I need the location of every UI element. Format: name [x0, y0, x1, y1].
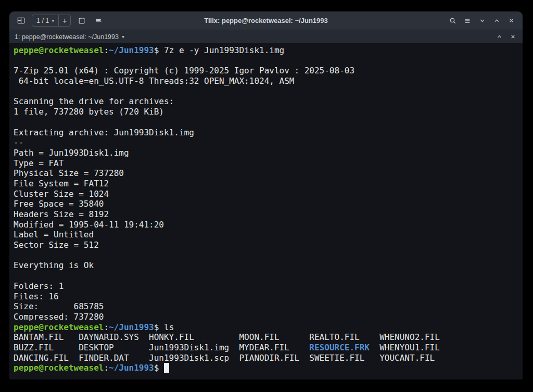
terminal-cursor [164, 363, 169, 373]
terminal-line: Free Space = 35840 [14, 199, 523, 209]
terminal-text: peppe@rocketweasel [14, 322, 104, 332]
terminal-text: WHENYOU1.FIL [370, 343, 440, 352]
tilix-window: 1 / 1 ▾ + Tilix: peppe@rocketweasel: ~/J… [9, 11, 523, 380]
terminal-line: Folders: 1 [14, 281, 523, 292]
terminal-line: Scanning the drive for archives: [14, 96, 523, 107]
terminal-title-dropdown[interactable]: 1: peppe@rocketweasel: ~/Jun1993 ▾ [15, 33, 124, 41]
new-window-icon[interactable] [75, 15, 88, 27]
titlebar-left-controls: 1 / 1 ▾ + [15, 15, 105, 27]
terminal-line: Type = FAT [14, 158, 523, 169]
terminal-line [14, 86, 523, 97]
terminal-line: Compressed: 737280 [14, 312, 523, 322]
terminal-text: Files: 16 [14, 292, 59, 301]
terminal-text: Folders: 1 [14, 281, 64, 291]
terminal-text: $ 7z e -y Jun1993Disk1.img [154, 45, 284, 55]
terminal-text: $ [154, 363, 164, 373]
terminal-text: Compressed: 737280 [14, 312, 104, 322]
terminal-line [14, 56, 523, 66]
terminal-text: File System = FAT12 [14, 179, 109, 188]
terminal-line: BUZZ.FIL DESKTOP Jun1993Disk1.img MYDEAR… [14, 343, 523, 353]
terminal-text: $ ls [154, 322, 174, 332]
terminal-line: peppe@rocketweasel:~/Jun1993$ [14, 363, 523, 373]
tabbar-right-controls [494, 32, 517, 42]
terminal-text: Size: 685785 [14, 301, 104, 311]
close-icon[interactable] [508, 32, 517, 42]
terminal-text: Type = FAT [14, 158, 64, 168]
tabbar: 1: peppe@rocketweasel: ~/Jun1993 ▾ [9, 30, 523, 43]
terminal-line: Physical Size = 737280 [14, 168, 523, 179]
terminal-line: Sector Size = 512 [14, 240, 523, 250]
terminal-title: 1: peppe@rocketweasel: ~/Jun1993 [15, 33, 119, 41]
terminal-text: Extracting archive: Jun1993Disk1.img [14, 128, 194, 137]
terminal-text: peppe@rocketweasel [14, 45, 104, 55]
terminal-text: BUZZ.FIL DESKTOP Jun1993Disk1.img MYDEAR… [14, 343, 309, 352]
terminal-text: Physical Size = 737280 [14, 168, 124, 178]
menu-icon[interactable] [461, 15, 474, 27]
terminal-text: : [104, 322, 109, 332]
terminal-line: File System = FAT12 [14, 179, 523, 189]
terminal-line: 7-Zip 25.01 (x64) : Copyright (c) 1999-2… [14, 66, 523, 76]
terminal-line: 1 file, 737280 bytes (720 KiB) [14, 107, 523, 117]
terminal-text: -- [14, 137, 23, 147]
chevron-down-icon[interactable] [476, 15, 488, 27]
terminal-line: peppe@rocketweasel:~/Jun1993$ ls [14, 322, 523, 333]
terminal-text: Path = Jun1993Disk1.img [14, 148, 129, 158]
terminal-line: -- [14, 137, 523, 148]
add-terminal-button[interactable]: + [59, 15, 70, 26]
terminal-text: Everything is Ok [14, 260, 94, 270]
chevron-down-icon: ▾ [122, 34, 124, 40]
terminal-text: ~/Jun1993 [109, 45, 154, 55]
terminal-text: BANTAM.FIL DAYNARID.SYS HONKY.FIL MOON.F… [14, 332, 440, 342]
terminal-text: 1 file, 737280 bytes (720 KiB) [14, 107, 164, 117]
chevron-down-icon: ▾ [52, 18, 54, 23]
terminal-text: Headers Size = 8192 [14, 209, 109, 219]
terminal-text: Modified = 1995-04-11 19:41:20 [14, 220, 164, 230]
terminal-line [14, 250, 523, 261]
terminal-line: peppe@rocketweasel:~/Jun1993$ 7z e -y Ju… [14, 45, 523, 56]
terminal-text: 64-bit locale=en_US.UTF-8 Threads:32 OPE… [14, 76, 294, 86]
terminal-text: RESOURCE.FRK [309, 343, 370, 352]
terminal-text: Cluster Size = 1024 [14, 189, 109, 199]
session-selector-group: 1 / 1 ▾ + [32, 15, 71, 27]
terminal-line: Headers Size = 8192 [14, 209, 523, 220]
terminal-line: Label = Untitled [14, 230, 523, 240]
close-icon[interactable] [505, 15, 517, 27]
session-selector[interactable]: 1 / 1 ▾ [32, 15, 59, 26]
search-icon[interactable] [447, 15, 459, 27]
terminal-line [14, 117, 523, 128]
terminal-line: Size: 685785 [14, 301, 523, 312]
terminal-line [14, 271, 523, 281]
terminal-line: Path = Jun1993Disk1.img [14, 148, 523, 158]
chevron-up-icon[interactable] [490, 15, 503, 27]
terminal-text: ~/Jun1993 [109, 363, 154, 373]
terminal-text: : [104, 363, 109, 373]
terminal-text: : [104, 45, 109, 55]
titlebar: 1 / 1 ▾ + Tilix: peppe@rocketweasel: ~/J… [9, 11, 523, 30]
terminal-text: Scanning the drive for archives: [14, 96, 174, 106]
tilix-app-icon[interactable] [15, 15, 27, 27]
terminal-text: ~/Jun1993 [109, 322, 154, 332]
chevron-up-icon[interactable] [494, 32, 504, 42]
terminal-text: DANCING.FIL FINDER.DAT Jun1993Disk1.scp … [14, 353, 435, 363]
terminal-line: Extracting archive: Jun1993Disk1.img [14, 128, 523, 138]
terminal-line: Modified = 1995-04-11 19:41:20 [14, 220, 523, 230]
terminal-text: peppe@rocketweasel [14, 363, 104, 373]
titlebar-right-controls [447, 15, 517, 27]
terminal-text: 7-Zip 25.01 (x64) : Copyright (c) 1999-2… [14, 66, 354, 75]
terminal-line: 64-bit locale=en_US.UTF-8 Threads:32 OPE… [14, 76, 523, 86]
flag-icon[interactable] [93, 15, 105, 27]
session-indicator-label: 1 / 1 [36, 17, 49, 24]
terminal-text: Label = Untitled [14, 230, 94, 239]
terminal-text: Free Space = 35840 [14, 199, 104, 209]
terminal-line: Cluster Size = 1024 [14, 189, 523, 199]
terminal-text: Sector Size = 512 [14, 240, 99, 250]
terminal-output[interactable]: peppe@rocketweasel:~/Jun1993$ 7z e -y Ju… [9, 43, 523, 380]
terminal-line: Files: 16 [14, 292, 523, 302]
terminal-line: BANTAM.FIL DAYNARID.SYS HONKY.FIL MOON.F… [14, 332, 523, 343]
terminal-line: Everything is Ok [14, 260, 523, 271]
terminal-line: DANCING.FIL FINDER.DAT Jun1993Disk1.scp … [14, 353, 523, 363]
